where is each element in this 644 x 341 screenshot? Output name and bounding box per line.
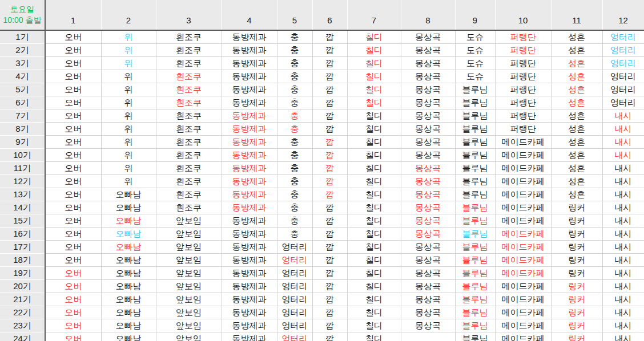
cell[interactable]: 메이드카페 — [495, 149, 551, 162]
cell[interactable]: 위 — [101, 136, 156, 149]
cell[interactable]: 오빠남 — [101, 201, 156, 214]
cell[interactable]: 블루님 — [455, 254, 495, 267]
cell[interactable]: 오버 — [45, 306, 101, 319]
cell[interactable]: 내시 — [602, 175, 644, 188]
row-header-2기[interactable]: 2기 — [0, 44, 45, 57]
cell[interactable]: 깝 — [312, 214, 347, 228]
cell[interactable]: 엉터리 — [277, 254, 312, 267]
cell[interactable]: 깝 — [312, 306, 347, 319]
cell[interactable]: 메이드카페 — [495, 306, 551, 319]
cell[interactable]: 위 — [101, 149, 156, 162]
cell[interactable]: 오버 — [45, 123, 101, 136]
cell[interactable]: 동방제과 — [222, 44, 277, 57]
cell[interactable]: 메이드카페 — [495, 241, 551, 254]
cell[interactable]: 충 — [277, 201, 312, 214]
cell[interactable]: 칠디 — [347, 228, 401, 241]
cell[interactable]: 동방제과 — [222, 136, 277, 149]
cell[interactable]: 성흔 — [551, 175, 602, 188]
cell[interactable] — [401, 332, 455, 341]
column-header-10[interactable]: 10 — [495, 0, 551, 30]
cell[interactable]: 오버 — [45, 83, 101, 96]
cell[interactable]: 오버 — [45, 188, 101, 201]
cell[interactable]: 앞보임 — [156, 267, 222, 280]
cell[interactable]: 내시 — [602, 332, 644, 341]
cell[interactable]: 성흔 — [551, 96, 602, 109]
cell[interactable]: 깝 — [312, 175, 347, 188]
cell[interactable]: 깝 — [312, 149, 347, 162]
cell[interactable]: 오빠남 — [101, 228, 156, 241]
cell[interactable]: 블루님 — [455, 149, 495, 162]
cell[interactable]: 퍼랭단 — [495, 57, 551, 70]
cell[interactable]: 블루님 — [455, 319, 495, 332]
cell[interactable]: 충 — [277, 57, 312, 70]
cell[interactable]: 엉터리 — [602, 30, 644, 44]
cell[interactable]: 성흔 — [551, 109, 602, 123]
cell[interactable]: 내시 — [602, 280, 644, 293]
cell[interactable]: 깝 — [312, 70, 347, 83]
cell[interactable]: 몽상곡 — [401, 254, 455, 267]
cell[interactable]: 앞보임 — [156, 214, 222, 228]
cell[interactable]: 메이드카페 — [495, 332, 551, 341]
cell[interactable]: 위 — [101, 175, 156, 188]
cell[interactable]: 흰조쿠 — [156, 201, 222, 214]
cell[interactable]: 충 — [277, 109, 312, 123]
cell[interactable]: 오버 — [45, 293, 101, 306]
column-header-1[interactable]: 1 — [45, 0, 101, 30]
cell[interactable]: 오빠남 — [101, 214, 156, 228]
row-header-8기[interactable]: 8기 — [0, 123, 45, 136]
cell[interactable]: 메이드카페 — [495, 214, 551, 228]
cell[interactable]: 충 — [277, 136, 312, 149]
cell[interactable]: 오빠남 — [101, 280, 156, 293]
cell[interactable]: 오버 — [45, 319, 101, 332]
cell[interactable]: 오빠남 — [101, 254, 156, 267]
cell[interactable]: 깝 — [312, 280, 347, 293]
cell[interactable]: 동방제과 — [222, 96, 277, 109]
cell[interactable]: 몽상곡 — [401, 267, 455, 280]
cell[interactable]: 위 — [101, 123, 156, 136]
cell[interactable]: 내시 — [602, 214, 644, 228]
cell[interactable]: 충 — [277, 228, 312, 241]
cell[interactable]: 동방제과 — [222, 214, 277, 228]
cell[interactable]: 오버 — [45, 175, 101, 188]
cell[interactable]: 성흔 — [551, 30, 602, 44]
cell[interactable]: 블루님 — [455, 293, 495, 306]
cell[interactable]: 동방제과 — [222, 188, 277, 201]
cell[interactable]: 내시 — [602, 188, 644, 201]
row-header-1기[interactable]: 1기 — [0, 30, 45, 44]
cell[interactable]: 깝 — [312, 109, 347, 123]
cell[interactable]: 오버 — [45, 149, 101, 162]
cell[interactable]: 오빠남 — [101, 188, 156, 201]
cell[interactable]: 칠디 — [347, 57, 401, 70]
cell[interactable]: 동방제과 — [222, 306, 277, 319]
cell[interactable]: 흰조쿠 — [156, 175, 222, 188]
cell[interactable]: 오빠남 — [101, 293, 156, 306]
cell[interactable]: 충 — [277, 149, 312, 162]
cell[interactable]: 성흔 — [551, 83, 602, 96]
cell[interactable]: 도슈 — [455, 30, 495, 44]
column-header-11[interactable]: 11 — [551, 0, 602, 30]
cell[interactable]: 내시 — [602, 149, 644, 162]
cell[interactable]: 내시 — [602, 228, 644, 241]
cell[interactable]: 칠디 — [347, 44, 401, 57]
cell[interactable]: 깝 — [312, 188, 347, 201]
cell[interactable]: 깝 — [312, 332, 347, 341]
cell[interactable]: 링커 — [551, 319, 602, 332]
row-header-19기[interactable]: 19기 — [0, 267, 45, 280]
column-header-4[interactable]: 4 — [222, 0, 277, 30]
cell[interactable]: 엉터리 — [277, 293, 312, 306]
cell[interactable]: 충 — [277, 162, 312, 175]
cell[interactable]: 성흔 — [551, 44, 602, 57]
cell[interactable]: 엉터리 — [277, 241, 312, 254]
cell[interactable]: 동방제과 — [222, 70, 277, 83]
cell[interactable]: 내시 — [602, 136, 644, 149]
cell[interactable]: 메이드카페 — [495, 188, 551, 201]
cell[interactable]: 성흔 — [551, 57, 602, 70]
cell[interactable]: 블루님 — [455, 175, 495, 188]
cell[interactable]: 오버 — [45, 241, 101, 254]
cell[interactable]: 깝 — [312, 96, 347, 109]
cell[interactable]: 오버 — [45, 30, 101, 44]
cell[interactable]: 위 — [101, 109, 156, 123]
cell[interactable]: 내시 — [602, 319, 644, 332]
cell[interactable]: 블루님 — [455, 241, 495, 254]
cell[interactable]: 블루님 — [455, 96, 495, 109]
